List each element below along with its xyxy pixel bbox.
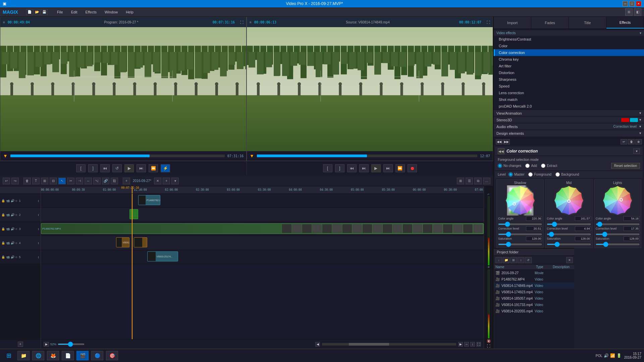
vfx-lens-correction[interactable]: Lens correction	[494, 89, 644, 96]
project-item-p1480762[interactable]: 🎥 P1480762.MP4 Video	[494, 276, 574, 283]
tab-import[interactable]: Import	[494, 17, 531, 28]
track-5-clip-1[interactable]: V5003-25174...	[147, 251, 178, 261]
tl-undo-btn[interactable]: ↩	[3, 178, 10, 184]
lights-sat-slider[interactable]	[596, 244, 640, 245]
lights-correction-slider[interactable]	[596, 234, 640, 235]
lights-sat-input[interactable]	[624, 236, 640, 241]
tl-view-more-btn[interactable]: …	[483, 178, 490, 184]
vu-expand-icon[interactable]: ⛶	[487, 344, 490, 348]
taskbar-explorer[interactable]: 📄	[62, 351, 74, 360]
program-expand-icon[interactable]: ⛶	[240, 20, 244, 24]
vfx-shot-match[interactable]: Shot match	[494, 96, 644, 103]
level-foreground[interactable]: Foreground	[528, 172, 551, 177]
track-2-content[interactable]	[41, 208, 484, 222]
src-out-btn[interactable]: ]	[335, 164, 344, 172]
tl-close-project-btn[interactable]: ✕	[154, 178, 161, 184]
tl-height-btn[interactable]: ↕	[470, 342, 475, 347]
level-master[interactable]: Master	[508, 172, 525, 177]
tl-slip-btn[interactable]: ↔	[85, 178, 92, 184]
tab-title[interactable]: Title	[569, 17, 606, 28]
mid-sat-slider[interactable]	[547, 244, 591, 245]
source-hamburger[interactable]: ≡	[250, 20, 252, 24]
project-item-v174923[interactable]: 🎥 V60814-174923.mp4 Video	[494, 289, 574, 295]
menu-icon-btn-2[interactable]: ◧	[634, 8, 641, 16]
timeline-ruler[interactable]: 00:00:00:00 00:00:30 01:00:00 01:30:00 0…	[41, 186, 484, 194]
mid-color-wheel[interactable]	[554, 185, 584, 216]
save-icon[interactable]: 💾	[41, 9, 48, 15]
track-4-mute-icon[interactable]: ○	[15, 241, 17, 245]
proj-view-btn[interactable]: ⊞	[510, 257, 517, 263]
radio-no-changes[interactable]: No changes	[498, 164, 521, 168]
tl-scrollbar[interactable]	[322, 343, 456, 346]
mid-correction-input[interactable]	[575, 226, 591, 231]
prog-in-btn[interactable]: [	[76, 164, 86, 172]
radio-extract[interactable]: Extract	[541, 164, 557, 168]
vfx-distortion[interactable]: Distortion	[494, 69, 644, 76]
menu-effects[interactable]: Effects	[84, 9, 98, 15]
vfx-chroma-key[interactable]: Chroma key	[494, 56, 644, 63]
project-item-v174849[interactable]: 🎥 V60814-174849.mp4 Video	[494, 283, 574, 289]
track-1-lock-icon[interactable]: 🔒	[1, 199, 5, 202]
proj-close-btn[interactable]: ✕	[566, 257, 573, 263]
track-4-add-icon[interactable]: ↕	[38, 241, 40, 245]
radio-add[interactable]: Add	[525, 164, 537, 168]
track-4-clip-1[interactable]: V6081...	[116, 237, 129, 247]
vfx-color-correction[interactable]: Color correction	[494, 49, 644, 56]
minimize-button[interactable]: ─	[623, 1, 628, 6]
tl-add-new-btn[interactable]: +	[163, 178, 170, 184]
track-2-sound-icon[interactable]: 🔊	[11, 213, 14, 217]
prog-fast-btn[interactable]: ⏩	[149, 164, 158, 172]
taskbar-magix[interactable]: 🎬	[76, 351, 89, 360]
vu-mute-icon[interactable]: 🔇	[487, 339, 491, 343]
lights-color-angle-slider[interactable]	[596, 224, 640, 225]
taskbar-chrome[interactable]: 🌐	[32, 351, 44, 360]
track-2-lock-icon[interactable]: 🔒	[1, 213, 5, 217]
design-elements-expand-icon[interactable]: ▾	[639, 131, 641, 135]
track-4-lock-icon[interactable]: 🔒	[1, 241, 5, 245]
view-animation-expand-icon[interactable]: ▾	[639, 111, 641, 115]
vfx-brightness[interactable]: Brightness/Contrast	[494, 36, 644, 43]
tl-unlink-btn[interactable]: ⛓	[111, 178, 118, 184]
prog-next-btn[interactable]: ⏭	[137, 164, 146, 172]
prog-rewind-btn[interactable]: ↺	[112, 164, 122, 172]
start-button[interactable]: ⊞	[3, 351, 15, 360]
reset-selection-btn[interactable]: Reset selection	[611, 163, 640, 169]
tl-razor-btn[interactable]: ✂	[67, 178, 74, 184]
tl-select-btn[interactable]: ↖	[58, 178, 66, 184]
tl-view-list-btn[interactable]: ☰	[466, 178, 473, 184]
prog-out-btn[interactable]: ]	[88, 164, 98, 172]
tl-razor2-btn[interactable]: ⌥	[93, 178, 101, 184]
tl-trim-btn[interactable]: ⊣	[76, 178, 83, 184]
new-file-icon[interactable]: 📄	[26, 9, 33, 15]
effects-nav-left[interactable]: ◀◀	[496, 139, 502, 144]
taskbar-file-explorer[interactable]: 📁	[17, 351, 30, 360]
track-5-sound-icon[interactable]: 🔊	[11, 255, 14, 259]
menu-icon-btn-1[interactable]: ⊞	[625, 8, 633, 16]
taskbar-sound-icon[interactable]: 🔊	[604, 353, 609, 358]
tl-group-btn[interactable]: ⊟	[50, 178, 57, 184]
program-timebar[interactable]	[10, 155, 225, 157]
track-2-clip-1[interactable]	[129, 209, 138, 219]
mid-color-angle-slider[interactable]	[547, 224, 591, 225]
src-rewind-btn[interactable]: ⏭	[359, 164, 369, 172]
lights-color-wheel[interactable]	[602, 185, 633, 216]
shadow-correction-input[interactable]	[526, 226, 542, 231]
cc-header-dropdown[interactable]: ▾	[633, 148, 640, 154]
track-3-content[interactable]: P1480762.MP4	[41, 222, 484, 236]
prog-play-btn[interactable]: ▶	[124, 164, 134, 172]
vfx-prodad[interactable]: proDAD Mercalli 2.0	[494, 103, 644, 110]
mid-color-angle-input[interactable]	[575, 216, 591, 221]
tl-add-track-btn[interactable]: +	[123, 178, 130, 184]
lights-correction-input[interactable]	[624, 226, 640, 231]
tl-view-grid-btn[interactable]: ⊞	[457, 178, 464, 184]
track-4-content[interactable]: V6081...	[41, 236, 484, 250]
tl-view-col-btn[interactable]: ⧉	[474, 178, 482, 184]
prog-goto-start-btn[interactable]: ⏮	[100, 164, 110, 172]
tl-snap-btn[interactable]: ⊞	[41, 178, 48, 184]
tl-scroll-left-btn[interactable]: ◀	[315, 342, 320, 347]
program-hamburger[interactable]: ≡	[3, 20, 5, 24]
vfx-color[interactable]: Color	[494, 43, 644, 49]
track-2-add-icon[interactable]: ↕	[38, 213, 40, 217]
effects-nav-right[interactable]: ▶▶	[503, 139, 510, 144]
tl-scroll-right-btn[interactable]: ▶	[458, 342, 463, 347]
